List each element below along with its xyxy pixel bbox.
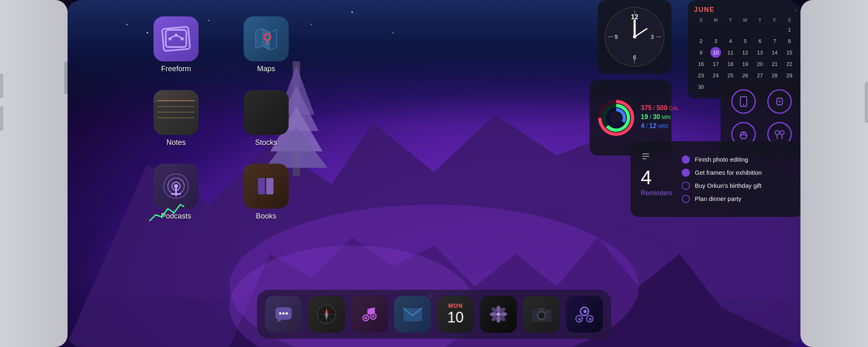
svg-point-86: [365, 317, 367, 319]
svg-point-64: [775, 131, 779, 135]
reminder-item: Plan dinner party: [682, 195, 792, 203]
reminder-item: Get frames for exhibition: [682, 169, 792, 177]
activity-stats: 375 / 500 CAL 19 / 30 MIN 4 / 12 HRS: [641, 104, 678, 131]
calendar-chevron: ›: [795, 7, 796, 13]
svg-text:★: ★: [577, 317, 582, 322]
reminders-list-icon: [641, 151, 651, 164]
svg-rect-17: [166, 30, 186, 47]
app-icon-stocks[interactable]: Stocks: [237, 90, 295, 155]
volume-down-button[interactable]: [0, 106, 3, 131]
svg-text:★: ★: [588, 317, 592, 322]
app-icon-freeform[interactable]: Freeform: [147, 16, 205, 82]
svg-point-18: [168, 37, 172, 41]
notes-label: Notes: [166, 138, 185, 147]
svg-point-75: [286, 312, 288, 315]
reminders-number: 4: [641, 168, 652, 187]
dock-icon-messages[interactable]: [265, 296, 302, 333]
stocks-label: Stocks: [255, 138, 277, 147]
notes-icon: [154, 90, 199, 135]
svg-point-74: [283, 312, 285, 315]
svg-rect-34: [266, 178, 274, 194]
app-icon-maps[interactable]: Maps: [237, 16, 295, 82]
reminder-item: Buy Orkun's birthday gift: [682, 182, 792, 190]
reminders-count-section: 4 Reminders: [641, 151, 674, 207]
dock-icon-altstore[interactable]: ★ ★ ★: [566, 296, 603, 333]
svg-point-84: [326, 313, 327, 315]
svg-point-99: [496, 312, 500, 316]
svg-text:6: 6: [633, 54, 636, 61]
clock-face: 12 3 6 9: [604, 6, 665, 68]
reminder-text: Plan dinner party: [695, 195, 741, 202]
calendar-header: JUNE ›: [694, 6, 796, 14]
svg-text:12: 12: [631, 14, 638, 20]
svg-point-73: [279, 312, 282, 315]
minutes-stat: 19 / 30 MIN: [641, 113, 678, 121]
widget-clock[interactable]: 12 3 6 9: [598, 0, 671, 74]
right-bezel: [800, 0, 868, 347]
books-icon: [244, 164, 289, 209]
reminder-checkbox: [682, 169, 690, 177]
reminder-text: Get frames for exhibition: [695, 169, 762, 176]
calendar-today: 10: [710, 47, 721, 58]
reminders-label: Reminders: [641, 189, 672, 197]
device-watch: [767, 89, 792, 114]
svg-rect-33: [258, 178, 265, 194]
reminder-text: Buy Orkun's birthday gift: [695, 182, 762, 189]
stocks-icon: [244, 90, 289, 135]
power-button[interactable]: [865, 82, 868, 123]
svg-point-66: [780, 131, 784, 135]
dock: MON 10: [257, 290, 611, 339]
volume-up-button[interactable]: [0, 74, 3, 98]
widget-reminders[interactable]: 4 Reminders Finish photo editing Get fra…: [631, 141, 802, 217]
books-label: Books: [256, 212, 276, 221]
app-icon-books[interactable]: Books: [237, 164, 295, 229]
calendar-month: JUNE: [694, 6, 715, 14]
reminder-checkbox: [682, 182, 690, 190]
dock-icon-calendar[interactable]: MON 10: [437, 296, 474, 333]
svg-point-61: [778, 100, 781, 103]
svg-point-20: [181, 37, 184, 41]
reminder-checkbox: [682, 155, 690, 164]
maps-label: Maps: [257, 65, 275, 73]
svg-point-47: [633, 35, 636, 38]
app-icon-notes[interactable]: Notes: [147, 90, 205, 155]
freeform-label: Freeform: [161, 65, 191, 73]
dock-icon-mail[interactable]: [394, 296, 431, 333]
svg-marker-22: [256, 29, 262, 48]
svg-text:★: ★: [582, 308, 588, 315]
dock-icon-music[interactable]: [351, 296, 388, 333]
home-screen-content: Freeform Maps: [66, 0, 802, 347]
reminder-item: Finish photo editing: [682, 155, 792, 164]
svg-point-88: [372, 315, 375, 318]
device-frame: Freeform Maps: [66, 0, 802, 347]
mute-button[interactable]: [64, 61, 68, 94]
svg-point-103: [540, 314, 543, 317]
svg-point-62: [740, 135, 747, 139]
svg-marker-72: [277, 320, 283, 323]
svg-text:3: 3: [651, 34, 654, 40]
app-grid: Freeform Maps: [147, 16, 295, 229]
reminder-text: Finish photo editing: [695, 156, 748, 163]
activity-rings: [598, 99, 635, 136]
dock-icon-safari[interactable]: [308, 296, 345, 333]
svg-point-19: [175, 34, 177, 36]
dock-calendar-day: 10: [447, 309, 463, 326]
hours-stat: 4 / 12 HRS: [641, 122, 678, 130]
dock-icon-camera[interactable]: [523, 296, 560, 333]
dock-calendar-month: MON: [448, 302, 463, 309]
reminders-list: Finish photo editing Get frames for exhi…: [682, 151, 792, 207]
left-bezel: [0, 0, 68, 347]
calories-stat: 375 / 500 CAL: [641, 104, 678, 112]
svg-marker-24: [270, 29, 276, 50]
freeform-icon: [154, 16, 199, 61]
svg-point-104: [546, 311, 549, 313]
reminder-checkbox: [682, 195, 690, 203]
svg-text:9: 9: [615, 34, 618, 40]
maps-icon: [244, 16, 289, 61]
svg-point-63: [742, 132, 745, 135]
dock-icon-flower[interactable]: [480, 296, 517, 333]
device-iphone: [731, 89, 756, 114]
